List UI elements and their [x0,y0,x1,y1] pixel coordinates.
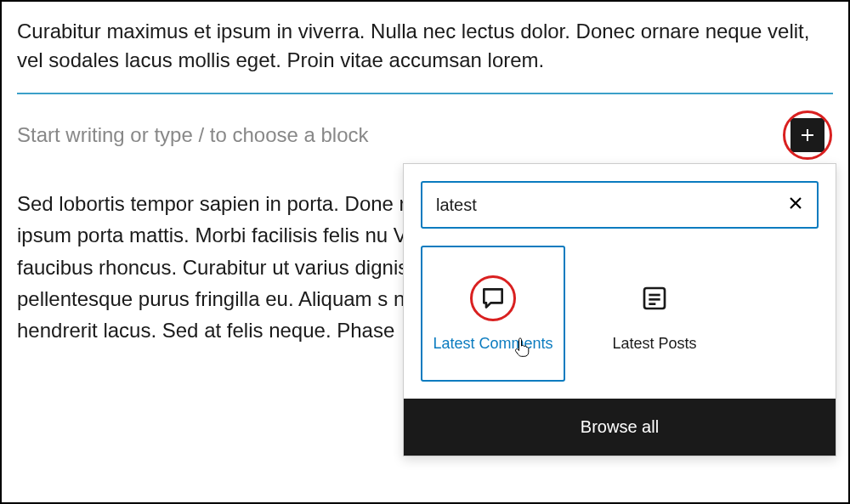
search-row [404,164,836,246]
block-icon-wrap [629,273,680,324]
browse-all-button[interactable]: Browse all [404,399,836,456]
block-inserter-panel: Latest Comments Latest Posts Browse all [403,163,836,456]
list-icon [641,285,668,312]
add-block-button[interactable] [790,118,824,152]
add-block-wrap [782,110,833,161]
block-search-input[interactable] [436,195,788,215]
block-label: Latest Comments [433,334,552,354]
search-box [421,181,819,229]
clear-search-button[interactable] [788,194,803,216]
paragraph-block-1[interactable]: Curabitur maximus et ipsum in viverra. N… [17,17,833,74]
comment-icon [479,285,507,312]
block-results: Latest Comments Latest Posts [404,246,836,399]
empty-block-row: Start writing or type / to choose a bloc… [17,94,833,169]
block-option-latest-comments[interactable]: Latest Comments [421,246,565,382]
block-option-latest-posts[interactable]: Latest Posts [582,246,727,382]
block-placeholder[interactable]: Start writing or type / to choose a bloc… [17,123,369,147]
plus-icon [797,125,818,145]
block-icon-wrap [468,273,518,324]
block-label: Latest Posts [612,334,696,354]
close-icon [788,195,803,211]
